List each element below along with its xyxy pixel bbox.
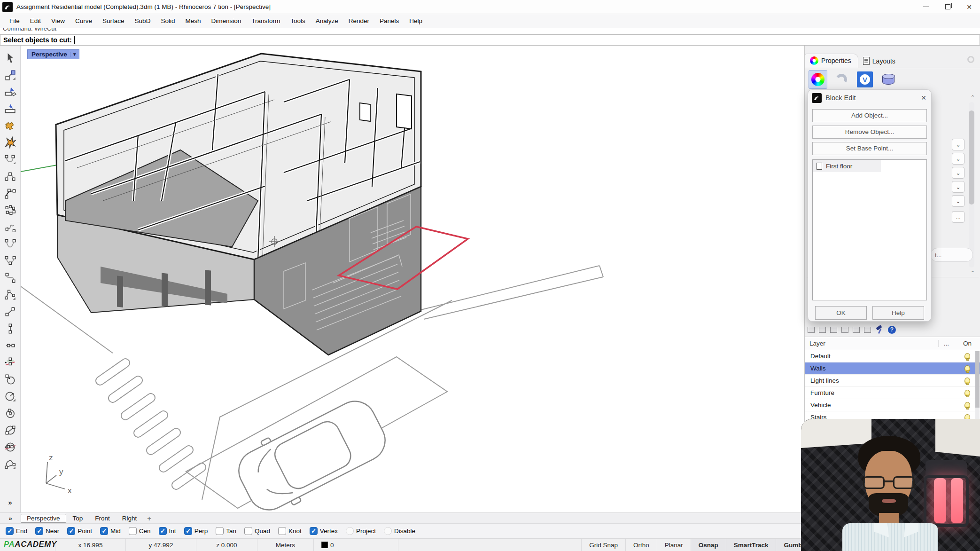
dropdown-chevron-icon[interactable]: ⌄ bbox=[952, 167, 964, 179]
material-icon[interactable] bbox=[832, 70, 851, 89]
filter-layer-icon[interactable] bbox=[864, 327, 871, 333]
layer-on-bulb-icon[interactable] bbox=[964, 353, 970, 360]
layer-on-bulb-icon[interactable] bbox=[964, 378, 970, 384]
menu-edit[interactable]: Edit bbox=[25, 16, 46, 26]
osnap-perp[interactable]: Perp bbox=[184, 527, 208, 535]
layer-tools-hammer-icon[interactable] bbox=[875, 326, 884, 333]
menu-transform[interactable]: Transform bbox=[247, 16, 285, 26]
move-control-points-tool[interactable] bbox=[3, 66, 18, 83]
current-layer-cell[interactable]: 0 bbox=[314, 539, 398, 551]
grid-snap-toggle[interactable]: Grid Snap bbox=[582, 539, 626, 551]
osnap-toggle[interactable]: Osnap bbox=[691, 539, 726, 551]
menu-panels[interactable]: Panels bbox=[375, 16, 404, 26]
menu-file[interactable]: File bbox=[5, 16, 24, 26]
vray-icon[interactable]: V bbox=[856, 70, 874, 89]
menu-view[interactable]: View bbox=[47, 16, 70, 26]
explode-blast-tool[interactable] bbox=[3, 134, 18, 151]
checkbox-icon[interactable] bbox=[6, 527, 14, 535]
layer-on-column-header[interactable]: On bbox=[954, 340, 980, 347]
scroll-down-icon[interactable]: ⌄ bbox=[970, 267, 975, 274]
menu-analyze[interactable]: Analyze bbox=[311, 16, 343, 26]
layer-scrollbar[interactable] bbox=[975, 351, 980, 426]
checkbox-icon[interactable] bbox=[184, 527, 192, 535]
arc-3pt-tool[interactable] bbox=[3, 185, 18, 202]
move-down-icon[interactable] bbox=[853, 327, 860, 333]
tab-top[interactable]: Top bbox=[67, 514, 89, 522]
layer-on-bulb-icon[interactable] bbox=[964, 365, 970, 372]
layer-current-column-header[interactable]: ... bbox=[938, 340, 954, 347]
close-icon[interactable]: ✕ bbox=[921, 94, 926, 102]
units-cell[interactable]: Meters bbox=[257, 539, 314, 551]
add-object-button[interactable]: Add Object... bbox=[812, 109, 927, 122]
osnap-mid[interactable]: Mid bbox=[100, 527, 121, 535]
scroll-up-icon[interactable]: ⌃ bbox=[970, 94, 975, 101]
split-tool[interactable] bbox=[3, 100, 18, 117]
set-base-point-button[interactable]: Set Base Point... bbox=[812, 142, 927, 155]
help-button[interactable]: Help bbox=[872, 306, 924, 320]
block-list-item-first-floor[interactable]: First floor bbox=[813, 160, 881, 172]
circle-diameter-tool[interactable] bbox=[3, 422, 18, 439]
checkbox-icon[interactable] bbox=[100, 527, 108, 535]
osnap-near[interactable]: Near bbox=[35, 527, 59, 535]
object-properties-icon[interactable] bbox=[809, 70, 827, 89]
polygon-arc-tool[interactable] bbox=[3, 456, 18, 472]
chevron-down-icon[interactable]: ▼ bbox=[70, 52, 77, 57]
menu-render[interactable]: Render bbox=[344, 16, 374, 26]
line-normal-tool[interactable] bbox=[3, 354, 18, 371]
checkbox-icon[interactable] bbox=[159, 527, 167, 535]
layer-row-default[interactable]: Default bbox=[805, 350, 980, 362]
menu-mesh[interactable]: Mesh bbox=[180, 16, 205, 26]
attribute-database-icon[interactable] bbox=[879, 70, 898, 89]
tab-layouts[interactable]: Layouts bbox=[858, 55, 902, 68]
ellipsis-button[interactable]: ... bbox=[952, 211, 964, 223]
delete-layer-icon[interactable] bbox=[830, 327, 837, 333]
line-single-tool[interactable] bbox=[3, 303, 18, 320]
interpolate-curve-tool[interactable] bbox=[3, 236, 18, 252]
circle-radius-tool[interactable] bbox=[3, 388, 18, 405]
line-midpoint-tool[interactable] bbox=[3, 337, 18, 354]
properties-scrollbar[interactable] bbox=[969, 102, 974, 268]
layer-row-walls[interactable]: Walls bbox=[805, 362, 980, 375]
checkbox-icon[interactable] bbox=[35, 527, 43, 535]
checkbox-icon[interactable] bbox=[384, 527, 392, 535]
checkbox-icon[interactable] bbox=[129, 527, 137, 535]
checkbox-icon[interactable] bbox=[216, 527, 224, 535]
point-cloud-tool[interactable] bbox=[3, 202, 18, 219]
menu-curve[interactable]: Curve bbox=[70, 16, 97, 26]
perspective-viewport[interactable]: Perspective ▼ bbox=[21, 46, 804, 512]
circle-center-tool[interactable] bbox=[3, 371, 18, 388]
checkbox-icon[interactable] bbox=[67, 527, 75, 535]
layer-row-furnture[interactable]: Furnture bbox=[805, 387, 980, 399]
new-layer-icon[interactable] bbox=[808, 327, 815, 333]
command-prompt[interactable]: Select objects to cut: bbox=[0, 34, 980, 46]
circle-2pt-tool[interactable] bbox=[3, 405, 18, 422]
curve-through-points-tool[interactable] bbox=[3, 269, 18, 286]
curve-edit-points-tool[interactable] bbox=[3, 168, 18, 185]
close-button[interactable]: ✕ bbox=[958, 0, 980, 14]
osnap-quad[interactable]: Quad bbox=[244, 527, 270, 535]
restore-button[interactable] bbox=[937, 0, 958, 14]
layer-row-vehicle[interactable]: Vehicle bbox=[805, 399, 980, 411]
gear-icon[interactable] bbox=[967, 56, 974, 63]
line-vertical-tool[interactable] bbox=[3, 320, 18, 337]
osnap-disable[interactable]: Disable bbox=[384, 527, 415, 535]
viewport-title-menu[interactable]: Perspective ▼ bbox=[27, 49, 79, 59]
block-object-list[interactable]: First floor bbox=[812, 159, 927, 300]
dropdown-chevron-icon[interactable]: ⌄ bbox=[952, 153, 964, 165]
viewport-tabs-overflow-chevron[interactable]: » bbox=[0, 515, 21, 522]
planar-toggle[interactable]: Planar bbox=[657, 539, 691, 551]
partially-hidden-button[interactable]: t... bbox=[931, 248, 973, 262]
tab-right[interactable]: Right bbox=[117, 514, 143, 522]
help-icon[interactable]: ? bbox=[888, 326, 896, 334]
menu-dimension[interactable]: Dimension bbox=[206, 16, 246, 26]
checkbox-icon[interactable] bbox=[346, 527, 354, 535]
ortho-toggle[interactable]: Ortho bbox=[626, 539, 657, 551]
block-edit-title-bar[interactable]: Block Edit ✕ bbox=[808, 90, 931, 106]
checkbox-icon[interactable] bbox=[310, 527, 318, 535]
osnap-end[interactable]: End bbox=[6, 527, 27, 535]
ok-button[interactable]: OK bbox=[815, 306, 867, 320]
smarttrack-toggle[interactable]: SmartTrack bbox=[726, 539, 777, 551]
curve-control-points-tool[interactable] bbox=[3, 151, 18, 168]
move-up-icon[interactable] bbox=[841, 327, 848, 333]
menu-help[interactable]: Help bbox=[404, 16, 427, 26]
